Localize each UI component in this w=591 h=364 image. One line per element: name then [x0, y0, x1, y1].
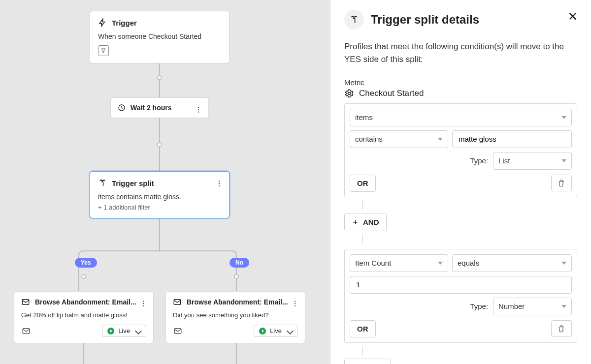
- no-pill: No: [230, 258, 249, 268]
- svg-point-18: [295, 305, 296, 306]
- email-card-no[interactable]: Browse Abandonment: Email... Did you see…: [165, 291, 305, 343]
- trigger-split-card[interactable]: Trigger split items contains matte gloss…: [90, 171, 230, 218]
- chevron-down-icon: [287, 327, 294, 334]
- envelope-outline-icon: [173, 326, 183, 336]
- svg-point-3: [234, 274, 238, 278]
- split-sub: + 1 additional filter: [98, 204, 221, 211]
- type-select[interactable]: List: [493, 152, 572, 170]
- svg-point-5: [198, 107, 199, 108]
- connector-line: [362, 200, 362, 210]
- filter-icon[interactable]: [98, 45, 109, 56]
- email-no-status-button[interactable]: Live: [254, 325, 298, 337]
- metric-label: Metric: [344, 78, 577, 87]
- close-button[interactable]: [567, 11, 578, 24]
- type-label: Type:: [470, 156, 488, 165]
- envelope-icon: [21, 298, 30, 306]
- envelope-icon: [173, 298, 182, 306]
- and-button[interactable]: ＋AND: [344, 359, 391, 364]
- svg-point-7: [198, 111, 199, 112]
- play-icon: [259, 328, 266, 334]
- split-icon: [98, 179, 107, 187]
- connector-line: [362, 234, 362, 244]
- panel-title: Trigger split details: [371, 13, 479, 27]
- wait-card[interactable]: Wait 2 hours: [110, 97, 209, 118]
- and-chip-button[interactable]: ＋AND: [344, 213, 387, 231]
- split-icon: [344, 10, 364, 30]
- operator-select[interactable]: contains: [350, 130, 448, 148]
- svg-point-16: [295, 301, 296, 302]
- email-no-body: Did you see something you liked?: [173, 311, 298, 319]
- lightning-icon: [98, 18, 107, 27]
- email-no-title: Browse Abandonment: Email...: [187, 298, 288, 306]
- metric-value: Checkout Started: [359, 89, 424, 98]
- trigger-card[interactable]: Trigger When someone Checkout Started: [90, 11, 230, 63]
- svg-point-17: [295, 303, 296, 304]
- delete-condition-button[interactable]: [551, 175, 572, 191]
- svg-point-21: [348, 92, 351, 94]
- or-button[interactable]: OR: [350, 175, 376, 192]
- email-no-status: Live: [270, 327, 282, 334]
- property-select[interactable]: Item Count: [350, 254, 448, 272]
- trigger-title: Trigger: [112, 19, 137, 27]
- panel-description: Profiles that meet the following conditi…: [344, 40, 571, 66]
- envelope-outline-icon: [21, 326, 31, 336]
- value-input[interactable]: [350, 276, 572, 294]
- email-yes-title: Browse Abandonment: Email...: [35, 298, 136, 306]
- type-select[interactable]: Number: [493, 298, 572, 315]
- yes-pill: Yes: [75, 258, 97, 268]
- email-yes-more-button[interactable]: [136, 297, 150, 310]
- svg-point-13: [143, 305, 144, 306]
- condition-group-1: items contains Type: List OR: [344, 103, 577, 197]
- clock-icon: [118, 104, 126, 112]
- split-more-button[interactable]: [212, 177, 226, 190]
- email-yes-body: Get 20% off lip balm and matte gloss!: [21, 311, 146, 319]
- condition-group-2: Item Count equals Type: Number OR: [344, 249, 577, 343]
- email-yes-status: Live: [118, 327, 130, 334]
- svg-point-1: [158, 143, 162, 147]
- delete-condition-button[interactable]: [551, 320, 572, 337]
- details-panel: Trigger split details Profiles that meet…: [330, 0, 591, 364]
- or-button[interactable]: OR: [350, 320, 376, 337]
- svg-point-8: [219, 181, 220, 182]
- property-select[interactable]: items: [350, 109, 572, 126]
- type-label: Type:: [470, 302, 488, 310]
- trigger-body: When someone Checkout Started: [98, 32, 221, 41]
- email-yes-status-button[interactable]: Live: [102, 325, 146, 337]
- play-icon: [107, 328, 114, 334]
- split-title: Trigger split: [112, 179, 154, 187]
- gear-icon: [344, 89, 354, 98]
- wait-text: Wait 2 hours: [131, 104, 172, 112]
- svg-point-9: [219, 183, 220, 184]
- email-card-yes[interactable]: Browse Abandonment: Email... Get 20% off…: [14, 291, 154, 343]
- svg-point-2: [82, 274, 86, 278]
- split-body: items contains matte gloss.: [98, 192, 221, 202]
- wait-more-button[interactable]: [192, 103, 205, 117]
- chevron-down-icon: [135, 327, 142, 334]
- value-input[interactable]: [452, 130, 572, 148]
- svg-point-11: [143, 301, 144, 302]
- svg-point-10: [219, 185, 220, 186]
- svg-point-12: [143, 303, 144, 304]
- connector-line: [362, 346, 362, 356]
- svg-point-6: [198, 109, 199, 110]
- svg-point-0: [158, 76, 162, 80]
- operator-select[interactable]: equals: [452, 254, 572, 272]
- email-no-more-button[interactable]: [288, 297, 302, 310]
